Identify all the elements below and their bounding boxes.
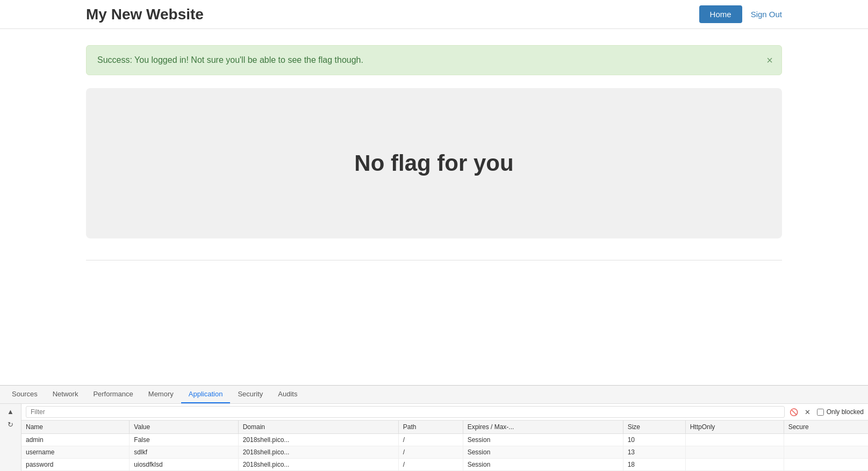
header: My New Website Home Sign Out xyxy=(0,0,868,29)
flag-text: No flag for you xyxy=(354,150,513,176)
main-content: Success: You logged in! Not sure you'll … xyxy=(0,29,868,282)
alert-message: Success: You logged in! Not sure you'll … xyxy=(97,55,363,64)
header-nav: Home Sign Out xyxy=(699,5,782,23)
alert-success: Success: You logged in! Not sure you'll … xyxy=(86,45,782,75)
home-button[interactable]: Home xyxy=(699,5,742,23)
signout-button[interactable]: Sign Out xyxy=(751,10,782,19)
flag-box: No flag for you xyxy=(86,88,782,238)
site-title: My New Website xyxy=(86,6,204,23)
separator xyxy=(86,260,782,260)
alert-close-button[interactable]: × xyxy=(766,54,773,67)
